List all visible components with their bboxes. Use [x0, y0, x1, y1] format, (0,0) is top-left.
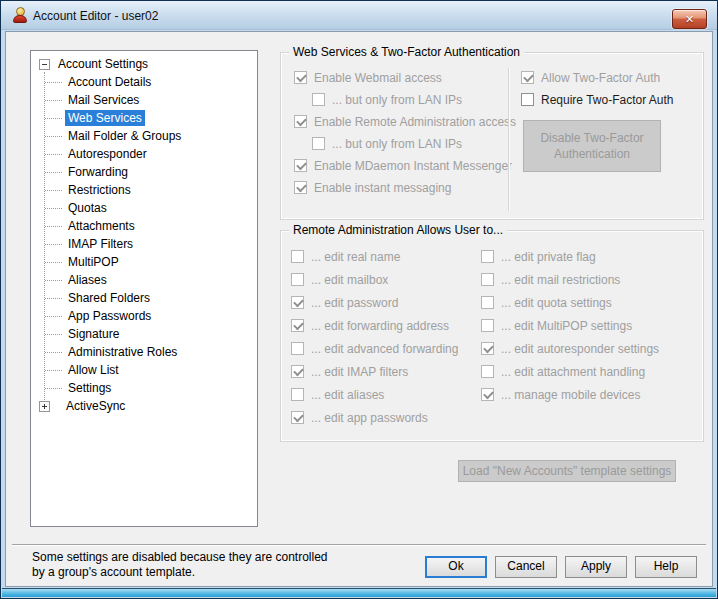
dialog-body: Account SettingsAccount DetailsMail Serv… [5, 31, 713, 587]
tree-item-app-passwords[interactable]: App Passwords [31, 307, 257, 325]
checkbox-require-two-factor-auth[interactable]: Require Two-Factor Auth [521, 91, 674, 108]
apply-button[interactable]: Apply [565, 556, 627, 578]
checkbox-label: ... edit password [311, 296, 398, 310]
checkbox-enable-webmail-access: Enable Webmail access [294, 69, 516, 86]
checkbox-box[interactable] [521, 93, 534, 106]
tree-connector [45, 370, 62, 371]
load-template-button: Load "New Accounts" template settings [458, 460, 676, 482]
checkbox-box [291, 273, 304, 286]
tree-item-label: IMAP Filters [65, 236, 136, 252]
cancel-button[interactable]: Cancel [495, 556, 557, 578]
checkbox-edit-real-name: ... edit real name [291, 248, 458, 265]
status-line-1: Some settings are disabled because they … [32, 550, 328, 565]
checkbox-box [312, 93, 325, 106]
close-button[interactable]: ✕ [672, 9, 707, 29]
title-bar[interactable]: Account Editor - user02 ✕ [1, 1, 717, 30]
tree-connector [45, 118, 62, 119]
checkbox-box [291, 365, 304, 378]
tree-item-autoresponder[interactable]: Autoresponder [31, 145, 257, 163]
tree-item-imap-filters[interactable]: IMAP Filters [31, 235, 257, 253]
checkbox-box [291, 342, 304, 355]
tree-item-attachments[interactable]: Attachments [31, 217, 257, 235]
help-button[interactable]: Help [635, 556, 697, 578]
tree-item-label: Web Services [65, 110, 145, 126]
checkbox-box [481, 273, 494, 286]
checkbox-label: ... but only from LAN IPs [332, 137, 462, 151]
tree-item-web-services[interactable]: Web Services [31, 109, 257, 127]
collapse-icon[interactable] [39, 59, 50, 70]
tree-item-label: Account Details [65, 74, 154, 90]
tree-item-label: Settings [65, 380, 114, 396]
ok-button[interactable]: Ok [425, 556, 487, 578]
checkbox-box [291, 388, 304, 401]
tree-item-administrative-roles[interactable]: Administrative Roles [31, 343, 257, 361]
tree-connector [45, 154, 62, 155]
tree-connector [45, 298, 62, 299]
tree-item-forwarding[interactable]: Forwarding [31, 163, 257, 181]
tree-item-account-details[interactable]: Account Details [31, 73, 257, 91]
checkbox-box [294, 159, 307, 172]
tree-connector [45, 352, 62, 353]
checkbox-edit-advanced-forwarding: ... edit advanced forwarding [291, 340, 458, 357]
checkbox-label: ... edit app passwords [311, 411, 428, 425]
tree-item-multipop[interactable]: MultiPOP [31, 253, 257, 271]
checkbox-label: ... edit advanced forwarding [311, 342, 458, 356]
tree-connector [45, 82, 62, 83]
checkbox-box [481, 365, 494, 378]
group-title: Remote Administration Allows User to... [289, 223, 507, 237]
checkbox-edit-app-passwords: ... edit app passwords [291, 409, 458, 426]
tree-item-label: Forwarding [65, 164, 131, 180]
tree-item-label: Signature [65, 326, 122, 342]
window-frame-bottom [2, 588, 716, 597]
status-text: Some settings are disabled because they … [32, 550, 328, 580]
checkbox-box [521, 71, 534, 84]
account-editor-window: Account Editor - user02 ✕ Account Settin… [0, 0, 718, 599]
tree-item-restrictions[interactable]: Restrictions [31, 181, 257, 199]
tree-connector [45, 316, 62, 317]
tree-item-label: MultiPOP [65, 254, 122, 270]
checkbox-edit-autoresponder-settings: ... edit autoresponder settings [481, 340, 659, 357]
tree-item-label: Quotas [65, 200, 110, 216]
checkbox-box [481, 319, 494, 332]
checkbox-box [294, 71, 307, 84]
expand-icon[interactable] [39, 401, 50, 412]
checkbox-label: ... edit private flag [501, 250, 596, 264]
tree-item-label: Autoresponder [65, 146, 150, 162]
tree-item-activesync[interactable]: ActiveSync [31, 397, 257, 415]
tree-item-label: Mail Folder & Groups [65, 128, 184, 144]
column-separator [508, 68, 510, 211]
tree-item-mail-services[interactable]: Mail Services [31, 91, 257, 109]
checkbox-label: ... manage mobile devices [501, 388, 640, 402]
checkbox-label: Enable Remote Administration access [314, 115, 516, 129]
checkbox-box [291, 250, 304, 263]
tree-item-label: Shared Folders [65, 290, 153, 306]
tree-item-settings[interactable]: Settings [31, 379, 257, 397]
checkbox-edit-mail-restrictions: ... edit mail restrictions [481, 271, 659, 288]
tree-item-label: Aliases [65, 272, 110, 288]
tree-connector [45, 190, 62, 191]
checkbox-edit-forwarding-address: ... edit forwarding address [291, 317, 458, 334]
tree-item-quotas[interactable]: Quotas [31, 199, 257, 217]
tree-item-shared-folders[interactable]: Shared Folders [31, 289, 257, 307]
checkbox-edit-multipop-settings: ... edit MultiPOP settings [481, 317, 659, 334]
remote-admin-group: Remote Administration Allows User to... … [280, 230, 704, 442]
tree-connector [45, 226, 62, 227]
checkbox-box [481, 388, 494, 401]
checkbox-but-only-from-lan-ips: ... but only from LAN IPs [312, 135, 516, 152]
tree-item-mail-folder-groups[interactable]: Mail Folder & Groups [31, 127, 257, 145]
tree-item-allow-list[interactable]: Allow List [31, 361, 257, 379]
tree-item-label: Allow List [65, 362, 122, 378]
checkbox-edit-imap-filters: ... edit IMAP filters [291, 363, 458, 380]
checkbox-box [291, 296, 304, 309]
tree-item-signature[interactable]: Signature [31, 325, 257, 343]
tree-connector [45, 388, 62, 389]
tree-item-account-settings[interactable]: Account Settings [31, 55, 257, 73]
checkbox-enable-instant-messaging: Enable instant messaging [294, 179, 516, 196]
tree-item-aliases[interactable]: Aliases [31, 271, 257, 289]
checkbox-but-only-from-lan-ips: ... but only from LAN IPs [312, 91, 516, 108]
tree-item-label: Attachments [65, 218, 138, 234]
tree-item-label: App Passwords [65, 308, 154, 324]
user-icon [12, 7, 28, 23]
checkbox-label: ... edit aliases [311, 388, 384, 402]
checkbox-label: Enable MDaemon Instant Messenger [314, 159, 512, 173]
